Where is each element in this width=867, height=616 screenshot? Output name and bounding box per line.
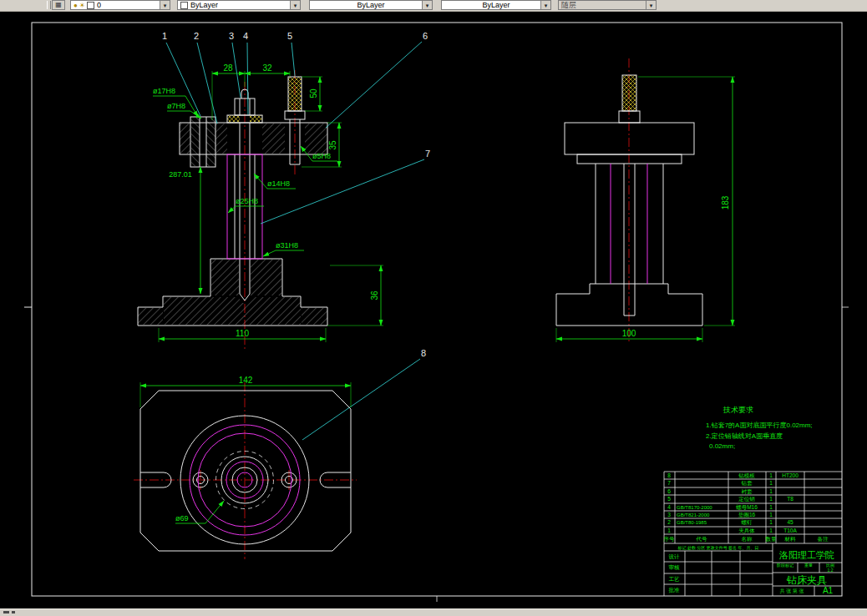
dim-110: 110	[236, 329, 249, 338]
layer-on-icon: ●	[74, 1, 78, 10]
part-material: T10A	[783, 528, 797, 533]
layers-icon: ▦	[55, 1, 62, 8]
balloon-3: 3	[229, 31, 234, 41]
balloon-4: 4	[243, 31, 248, 41]
drawing-title: 钻床夹具	[786, 574, 827, 586]
part-name: 定位销	[738, 496, 755, 502]
header-code: 代号	[696, 536, 708, 542]
part-no: 4	[667, 504, 671, 510]
lineweight-value: ByLayer	[482, 1, 510, 10]
knurl-hatch	[622, 75, 636, 111]
dropdown-arrow-icon[interactable]: ▾	[290, 1, 300, 9]
part-no: 7	[667, 480, 671, 486]
part-no: 2	[667, 519, 671, 525]
plotstyle-value: 随层	[561, 1, 576, 10]
sheet-note: 共 张 第 张	[779, 588, 804, 594]
plotstyle-combo[interactable]: 随层 ▾	[558, 0, 657, 10]
model-space-viewport[interactable]: 1 2 3 4 5 6 7 8	[0, 0, 867, 616]
part-code: GB/T821-2000	[677, 512, 710, 518]
part-no: 1	[667, 528, 671, 533]
autocad-window: 1 2 3 4 5 6 7 8	[0, 0, 867, 616]
object-properties-toolbar: ▦ ● ☀ 0 ▾ ByLayer ▾ ByLayer ▾ ByLayer ▾ …	[0, 0, 867, 12]
part-qty: 1	[769, 488, 773, 494]
part-no: 8	[667, 472, 671, 478]
sheet-size: A1	[823, 586, 834, 595]
status-mark	[12, 611, 15, 613]
part-qty: 1	[769, 472, 773, 478]
school-name: 洛阳理工学院	[778, 550, 834, 560]
part-material: HT200	[782, 472, 799, 478]
dim-183: 183	[721, 195, 730, 210]
callout-bore31: ø31H8	[276, 241, 298, 250]
sign-row-check: 审核	[669, 564, 681, 570]
part-name: 螺母M16	[736, 504, 758, 511]
tech-req-line3: 0.02mm;	[709, 442, 735, 450]
part-name: 夹具体	[738, 528, 755, 533]
part-name: 钻模板	[738, 472, 755, 479]
tech-req-line2: 2.定位销轴线对A面垂直度	[706, 432, 783, 440]
header-material: 材料	[784, 536, 797, 543]
header-notes: 备注	[818, 536, 829, 543]
stage-label: 阶段标记	[777, 563, 793, 568]
part-qty: 1	[769, 528, 773, 533]
color-value: ByLayer	[190, 1, 218, 10]
part-qty: 1	[769, 496, 773, 502]
part-no: 3	[667, 512, 671, 518]
part-qty: 1	[769, 512, 773, 518]
layer-combo[interactable]: ● ☀ 0 ▾	[70, 0, 170, 10]
header-no: 序号	[664, 536, 676, 542]
status-mark	[3, 611, 9, 613]
part-code: GB/T80-1985	[677, 520, 707, 525]
toolbar-grip[interactable]	[47, 1, 51, 9]
dropdown-arrow-icon[interactable]: ▾	[646, 1, 656, 9]
callout-bore25: ø25H8	[236, 197, 258, 205]
tech-req-line1: 1.钻套7的A面对底面平行度0.02mm;	[706, 422, 813, 429]
dim-100: 100	[622, 329, 636, 338]
dim-287: 287.01	[169, 170, 192, 179]
part-name: 垫圈16	[738, 512, 756, 518]
balloon-5: 5	[287, 31, 292, 41]
dim-35: 35	[328, 140, 337, 150]
part-name: 衬套	[742, 488, 753, 495]
color-combo[interactable]: ByLayer ▾	[177, 0, 301, 10]
balloon-6: 6	[423, 31, 428, 41]
sign-row-process: 工艺	[669, 576, 681, 582]
make-layer-current-button[interactable]: ▦	[52, 0, 65, 10]
dropdown-arrow-icon[interactable]: ▾	[160, 1, 170, 9]
dim-32: 32	[262, 63, 272, 73]
balloon-8: 8	[421, 348, 426, 358]
scale-value: 1:2	[828, 568, 834, 573]
layer-name: 0	[97, 1, 101, 10]
part-name: 钻套	[741, 480, 753, 487]
part-material: 45	[787, 519, 793, 525]
dim-28: 28	[223, 63, 233, 73]
callout-bore14: ø14H8	[267, 179, 290, 188]
part-material: T8	[787, 496, 793, 502]
weight-label: 重量	[804, 563, 813, 568]
header-name: 名称	[742, 536, 753, 543]
dropdown-arrow-icon[interactable]: ▾	[540, 1, 550, 9]
tech-req-title: 技术要求	[722, 406, 753, 414]
part-qty: 1	[769, 480, 773, 486]
sign-row-design: 设计	[669, 553, 681, 559]
revision-header: 标记 处数 分区 更改文件号 签名 年、月、日	[677, 545, 759, 551]
balloon-7: 7	[425, 149, 430, 159]
part-no: 6	[667, 488, 671, 494]
header-qty: 数量	[765, 536, 778, 542]
canvas-background	[0, 11, 867, 609]
callout-pin5: ø5H8	[312, 152, 331, 160]
part-no: 5	[667, 496, 671, 502]
part-qty: 1	[769, 504, 773, 510]
dim-142: 142	[239, 376, 253, 385]
balloon-2: 2	[194, 31, 199, 41]
part-qty: 1	[769, 519, 773, 525]
color-chip	[180, 2, 188, 9]
lineweight-combo[interactable]: ByLayer ▾	[441, 0, 551, 10]
sign-row-approve: 批准	[669, 587, 681, 593]
linetype-value: ByLayer	[357, 1, 384, 10]
dim-36: 36	[370, 290, 379, 300]
part-name: 螺钉	[742, 519, 753, 525]
linetype-combo[interactable]: ByLayer ▾	[309, 0, 433, 10]
layer-color-chip	[87, 2, 94, 9]
dropdown-arrow-icon[interactable]: ▾	[422, 1, 432, 9]
